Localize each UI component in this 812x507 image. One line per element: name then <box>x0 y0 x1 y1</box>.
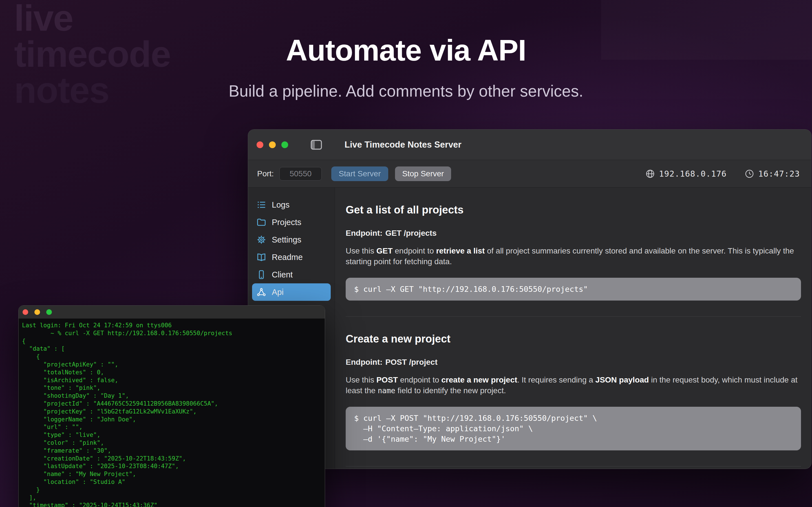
terminal-line: "creationDate" : "2025-10-22T18:43:59Z", <box>22 455 321 463</box>
code-line: –d '{"name": "My New Project"}' <box>354 434 793 444</box>
window-body: Logs Projects <box>248 187 811 469</box>
stop-server-button[interactable]: Stop Server <box>395 166 451 181</box>
globe-icon <box>645 169 655 179</box>
server-clock-time: 16:47:23 <box>758 169 800 179</box>
clock-icon <box>745 169 754 179</box>
close-window-button[interactable] <box>257 142 263 148</box>
terminal-line: Last login: Fri Oct 24 17:42:59 on ttys0… <box>22 322 321 330</box>
window-titlebar[interactable]: Live Timecode Notes Server <box>248 129 811 160</box>
terminal-line: "projectId" : "A446765C52594112B956BA839… <box>22 400 321 408</box>
page-background: live timecode notes Automate via API Bui… <box>0 0 812 507</box>
api-docs-content: Get a list of all projects Endpoint:GET … <box>335 187 811 469</box>
gear-icon <box>257 235 266 244</box>
terminal-line: "type" : "live", <box>22 431 321 439</box>
terminal-line: { <box>22 337 321 345</box>
sidebar-item-label: Client <box>272 270 293 279</box>
endpoint-line: Endpoint:GET /projects <box>346 229 801 238</box>
ip-address-group: 192.168.0.176 <box>645 169 726 179</box>
sidebar-item-label: Projects <box>272 218 301 227</box>
sidebar-toggle-icon[interactable] <box>310 140 322 150</box>
code-line: $ curl –X POST "http://192.168.0.176:505… <box>354 413 793 424</box>
clock-group: 16:47:23 <box>745 169 800 179</box>
terminal-line: "url" : "", <box>22 424 321 431</box>
toolbar-status: 192.168.0.176 16:47:23 <box>645 169 800 179</box>
watermark-line: live <box>14 0 170 36</box>
terminal-line: "projectApiKey" : "", <box>22 361 321 369</box>
hero-subtitle: Build a pipeline. Add comments by other … <box>0 82 812 100</box>
sidebar-item-projects[interactable]: Projects <box>252 214 331 231</box>
section-heading: Create a new project <box>346 332 801 345</box>
folder-icon <box>257 217 266 227</box>
section-description: Use this GET endpoint to retrieve a list… <box>346 245 801 267</box>
terminal-line: "shootingDay" : "Day 1", <box>22 392 321 400</box>
server-toolbar: Port: Start Server Stop Server 192.168.0… <box>248 160 811 187</box>
window-controls <box>257 142 288 148</box>
zoom-window-button[interactable] <box>46 309 52 315</box>
endpoint-line: Endpoint:POST /project <box>346 358 801 367</box>
section-description: Use this POST endpoint to create a new p… <box>346 375 801 396</box>
sidebar-item-logs[interactable]: Logs <box>252 196 331 214</box>
endpoint-label: Endpoint: <box>346 358 383 367</box>
section-divider <box>346 466 801 466</box>
port-label: Port: <box>257 169 274 178</box>
code-block-get-projects: $ curl –X GET "http://192.168.0.176:5055… <box>346 278 801 300</box>
zoom-window-button[interactable] <box>282 142 288 148</box>
terminal-line: "projectKey" : "l5bG2tfaG12Lk2wMVv1EaXUK… <box>22 408 321 416</box>
terminal-line: "isArchived" : false, <box>22 377 321 385</box>
window-title: Live Timecode Notes Server <box>345 140 462 150</box>
sidebar-item-label: Settings <box>272 235 301 244</box>
sidebar-item-settings[interactable]: Settings <box>252 231 331 248</box>
server-app-window: Live Timecode Notes Server Port: Start S… <box>248 129 811 469</box>
terminal-line: "name" : "My New Project", <box>22 470 321 478</box>
terminal-line: "color" : "pink", <box>22 439 321 447</box>
endpoint-label: Endpoint: <box>346 229 383 237</box>
terminal-line: "timestamp" : "2025-10-24T15:43:36Z" <box>22 502 321 507</box>
code-line: $ curl –X GET "http://192.168.0.176:5055… <box>354 284 793 294</box>
terminal-line: } <box>22 486 321 494</box>
terminal-titlebar[interactable] <box>18 305 325 319</box>
endpoint-value: GET /projects <box>386 229 437 237</box>
port-input[interactable] <box>280 167 322 180</box>
terminal-output[interactable]: Last login: Fri Oct 24 17:42:59 on ttys0… <box>18 319 325 507</box>
endpoint-value: POST /project <box>386 358 438 367</box>
device-icon <box>257 270 266 279</box>
sidebar-item-label: Logs <box>272 200 290 210</box>
code-line: –H "Content–Type: application/json" \ <box>354 424 793 434</box>
terminal-line: ], <box>22 494 321 502</box>
terminal-line: ~ % curl -X GET http://192.168.0.176:505… <box>22 330 321 337</box>
section-divider <box>346 316 801 317</box>
close-window-button[interactable] <box>22 309 28 315</box>
minimize-window-button[interactable] <box>35 309 40 315</box>
terminal-line: "location" : "Studio A" <box>22 478 321 486</box>
sidebar-item-api[interactable]: Api <box>252 283 331 301</box>
code-block-post-project: $ curl –X POST "http://192.168.0.176:505… <box>346 407 801 450</box>
sidebar-item-client[interactable]: Client <box>252 266 331 283</box>
terminal-window: Last login: Fri Oct 24 17:42:59 on ttys0… <box>18 305 325 507</box>
start-server-button[interactable]: Start Server <box>331 166 388 181</box>
terminal-line: "lastUpdate" : "2025-10-23T08:40:47Z", <box>22 462 321 470</box>
terminal-line: "data" : [ <box>22 345 321 353</box>
terminal-line: { <box>22 353 321 361</box>
network-icon <box>257 287 266 297</box>
terminal-line: "framerate" : "30", <box>22 447 321 455</box>
sidebar-item-label: Api <box>272 288 284 297</box>
book-icon <box>257 252 266 262</box>
minimize-window-button[interactable] <box>269 142 276 148</box>
terminal-line: "loggerName" : "John Doe", <box>22 416 321 424</box>
terminal-line: "totalNotes" : 0, <box>22 369 321 377</box>
hero-title: Automate via API <box>0 33 812 67</box>
sidebar-item-readme[interactable]: Readme <box>252 248 331 266</box>
list-icon <box>257 200 266 210</box>
inline-code: name <box>378 386 396 395</box>
sidebar-item-label: Readme <box>272 252 303 262</box>
terminal-line: "tone" : "pink", <box>22 384 321 392</box>
server-ip-address: 192.168.0.176 <box>659 169 726 179</box>
section-heading: Get a list of all projects <box>346 203 801 216</box>
